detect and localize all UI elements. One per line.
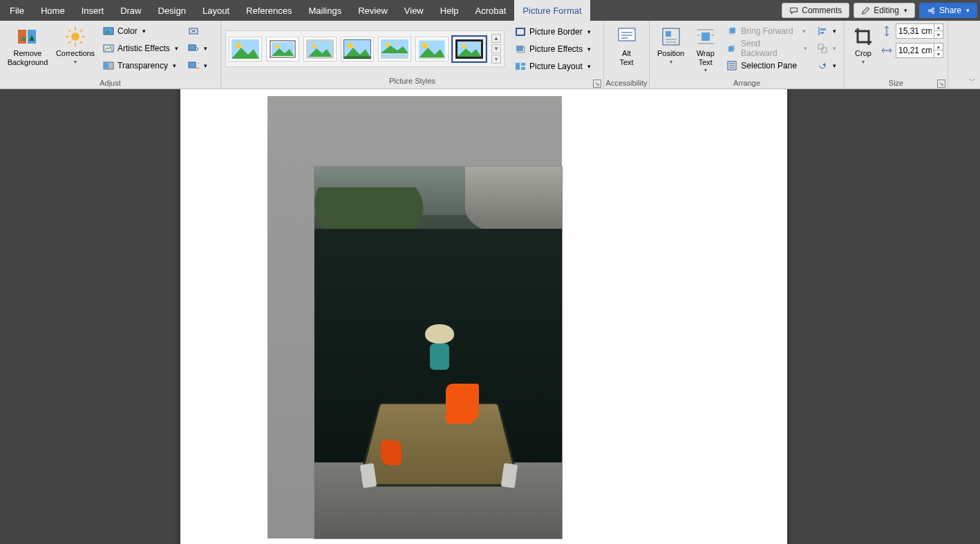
tab-help[interactable]: Help <box>432 0 467 21</box>
ribbon-collapse-button[interactable]: ﹀ <box>969 76 976 86</box>
picture-border-icon <box>515 26 526 37</box>
picture-effects-button[interactable]: Picture Effects ▾ <box>511 41 594 57</box>
alt-text-label: Alt Text <box>619 49 633 66</box>
rotate-button[interactable]: ▾ <box>813 58 840 73</box>
height-spinner[interactable]: ▲▼ <box>896 24 943 39</box>
width-spinner[interactable]: ▲▼ <box>896 43 943 58</box>
svg-line-9 <box>68 30 70 32</box>
compress-pictures-button[interactable] <box>185 24 211 39</box>
tab-view[interactable]: View <box>396 0 432 21</box>
transparency-button[interactable]: Transparency ▾ <box>100 58 182 73</box>
wrap-text-button[interactable]: Wrap Text ▾ <box>690 24 720 76</box>
svg-rect-15 <box>104 45 113 52</box>
tab-home[interactable]: Home <box>32 0 73 21</box>
alt-text-button[interactable]: Alt Text <box>608 24 645 76</box>
tab-mailings[interactable]: Mailings <box>301 0 350 21</box>
svg-rect-80 <box>820 32 824 34</box>
svg-rect-56 <box>521 67 525 70</box>
tab-file[interactable]: File <box>1 0 32 21</box>
tab-picture-format[interactable]: Picture Format <box>514 0 590 21</box>
reset-picture-button[interactable]: ▾ <box>185 58 211 73</box>
selected-picture[interactable] <box>314 166 563 539</box>
wrap-text-label: Wrap Text <box>697 49 715 66</box>
share-icon <box>927 6 936 15</box>
svg-rect-71 <box>730 28 735 33</box>
comment-icon <box>789 6 798 15</box>
height-input[interactable] <box>896 26 934 36</box>
gallery-expand[interactable]: ▾ <box>491 55 501 64</box>
svg-line-12 <box>80 30 82 32</box>
picture-style-option-4[interactable] <box>341 37 374 62</box>
chevron-down-icon: ▾ <box>833 62 836 69</box>
gallery-scroll-down[interactable]: ▼ <box>491 44 501 53</box>
position-button[interactable]: Position ▾ <box>654 24 688 76</box>
tab-references[interactable]: References <box>238 0 300 21</box>
picture-layout-button[interactable]: Picture Layout ▾ <box>511 59 594 74</box>
chevron-down-icon: ▾ <box>704 67 707 73</box>
tab-design[interactable]: Design <box>150 0 194 21</box>
height-up[interactable]: ▲ <box>934 24 943 31</box>
tab-layout[interactable]: Layout <box>194 0 238 21</box>
svg-marker-83 <box>822 63 825 66</box>
crop-label: Crop <box>855 49 871 58</box>
share-button[interactable]: Share ▾ <box>919 3 977 18</box>
align-button[interactable]: ▾ <box>813 24 840 39</box>
tab-insert[interactable]: Insert <box>73 0 113 21</box>
svg-rect-0 <box>18 30 26 44</box>
selection-pane-button[interactable]: Selection Pane <box>723 58 811 73</box>
chevron-down-icon: ▾ <box>587 46 591 53</box>
comments-button[interactable]: Comments <box>782 3 849 18</box>
tab-draw[interactable]: Draw <box>112 0 149 21</box>
remove-background-label: Remove Background <box>8 49 48 66</box>
height-icon <box>880 25 893 37</box>
chevron-down-icon: ▾ <box>204 45 207 52</box>
width-down[interactable]: ▼ <box>934 50 943 57</box>
group-label-size: Size↘ <box>845 79 948 89</box>
crop-button[interactable]: Crop ▾ <box>849 24 878 76</box>
picture-boat-region <box>363 324 515 490</box>
picture-style-option-2[interactable] <box>266 37 299 62</box>
chevron-down-icon: ▾ <box>966 7 970 14</box>
group-objects-button[interactable]: ▾ <box>813 41 840 56</box>
remove-background-icon <box>17 26 39 48</box>
remove-background-button[interactable]: Remove Background <box>4 24 51 76</box>
width-up[interactable]: ▲ <box>934 44 943 50</box>
chevron-down-icon: ▾ <box>587 28 591 35</box>
picture-border-label: Picture Border <box>529 27 583 37</box>
gallery-scroll: ▲ ▼ ▾ <box>491 34 501 64</box>
artistic-effects-button[interactable]: Artistic Effects ▾ <box>100 41 182 56</box>
height-down[interactable]: ▼ <box>934 31 943 38</box>
change-picture-button[interactable]: ▾ <box>185 41 211 56</box>
width-input[interactable] <box>896 46 934 55</box>
picture-style-option-3[interactable] <box>303 37 337 62</box>
dialog-launcher-picture-styles[interactable]: ↘ <box>593 79 601 88</box>
svg-rect-62 <box>666 31 671 37</box>
reset-picture-icon <box>188 60 199 71</box>
dialog-launcher-size[interactable]: ↘ <box>937 79 945 88</box>
transparency-label: Transparency <box>117 61 168 71</box>
artistic-effects-icon <box>103 43 114 54</box>
send-backward-button[interactable]: Send Backward ▾ <box>723 41 811 56</box>
bring-forward-button[interactable]: Bring Forward ▾ <box>723 24 811 39</box>
corrections-button[interactable]: Corrections ▾ <box>54 24 97 76</box>
picture-style-option-6[interactable] <box>415 37 449 62</box>
svg-rect-57 <box>619 28 635 41</box>
editing-mode-button[interactable]: Editing ▾ <box>854 3 915 18</box>
chevron-down-icon: ▾ <box>670 59 672 65</box>
document-page[interactable] <box>180 89 787 544</box>
gallery-scroll-up[interactable]: ▲ <box>491 34 501 43</box>
picture-style-option-7[interactable] <box>453 37 486 62</box>
picture-style-option-5[interactable] <box>378 37 411 62</box>
picture-style-option-1[interactable] <box>229 37 262 62</box>
bring-forward-icon <box>726 26 737 37</box>
tab-acrobat[interactable]: Acrobat <box>467 0 515 21</box>
picture-border-button[interactable]: Picture Border ▾ <box>511 24 594 39</box>
tab-review[interactable]: Review <box>350 0 396 21</box>
svg-rect-51 <box>516 28 525 35</box>
svg-rect-40 <box>381 53 408 59</box>
document-canvas[interactable] <box>0 89 980 544</box>
comments-label: Comments <box>802 6 842 15</box>
color-button[interactable]: Color ▾ <box>100 24 182 39</box>
svg-point-30 <box>312 44 317 48</box>
alt-text-icon <box>616 26 638 48</box>
